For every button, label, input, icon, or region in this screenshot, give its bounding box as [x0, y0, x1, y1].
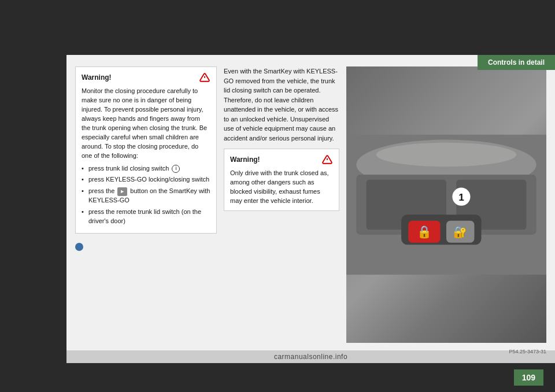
middle-column: Even with the SmartKey with KEYLESS-GO r…: [224, 66, 339, 354]
bullet-1: press trunk lid closing switch i: [82, 164, 210, 173]
warning-header-2: Warning!: [230, 154, 333, 165]
warning-title-2: Warning!: [230, 156, 260, 164]
warning-icon-1: [199, 72, 210, 83]
watermark-text: carmanualsonline.info: [274, 353, 347, 361]
svg-text:🔐: 🔐: [453, 225, 467, 239]
svg-point-16: [376, 143, 516, 167]
section-title: Controls in detail: [488, 58, 545, 66]
main-content: Warning! Monitor the closing procedure c…: [66, 55, 555, 363]
bullet-3: press the ► button on the SmartKey with …: [82, 187, 210, 205]
blue-dot-indicator: [75, 243, 83, 251]
warning-title-1: Warning!: [82, 73, 112, 82]
page-number: 109: [514, 369, 543, 386]
ref-circle-1: i: [172, 165, 180, 173]
left-sidebar: [0, 55, 66, 392]
car-image-bg: 🔒 🔐 1: [346, 66, 546, 343]
section-tab: Controls in detail: [478, 55, 555, 70]
warning-bullets-1: press trunk lid closing switch i press K…: [82, 161, 210, 227]
smartkey-icon: ►: [117, 187, 127, 196]
warning-box-2: Warning! Only drive with the trunk close…: [224, 149, 339, 211]
middle-paragraph: Even with the SmartKey with KEYLESS-GO r…: [224, 66, 339, 143]
warning-header-1: Warning!: [82, 72, 210, 83]
warning-body-1: Monitor the closing procedure carefully …: [82, 87, 210, 161]
warning-body-2: Only drive with the trunk closed as, amo…: [230, 169, 333, 206]
left-column: Warning! Monitor the closing procedure c…: [75, 66, 217, 354]
watermark-bar: carmanualsonline.info: [66, 350, 555, 363]
bullet-4: press the remote trunk lid switch (on th…: [82, 208, 210, 226]
warning-box-1: Warning! Monitor the closing procedure c…: [75, 66, 217, 234]
page-header: [0, 0, 555, 55]
bottom-bar: 109: [66, 363, 555, 392]
svg-text:1: 1: [458, 191, 464, 203]
car-trunk-image: 🔒 🔐 1: [346, 66, 546, 343]
right-column: 🔒 🔐 1 P54.25-3473-31: [346, 66, 546, 354]
bullet-2: press KEYLESS-GO locking/closing switch: [82, 175, 210, 184]
warning-icon-2: [321, 154, 333, 165]
svg-text:🔒: 🔒: [417, 224, 432, 239]
